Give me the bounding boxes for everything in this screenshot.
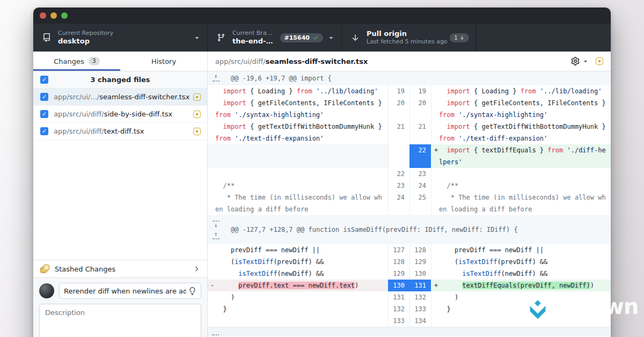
line-number-old[interactable]: 23 xyxy=(388,180,409,192)
code-text: prevDiff.text === newDiff.text) xyxy=(215,280,385,291)
dotted-line xyxy=(213,80,219,82)
tab-changes[interactable]: Changes 3 xyxy=(33,52,120,71)
diff-marker-right xyxy=(431,121,439,144)
diff-marker-left xyxy=(208,180,215,192)
app-window: Current Repository desktop Current Bra… … xyxy=(33,8,611,337)
line-number-old[interactable]: 132 xyxy=(388,303,409,315)
diff-marker-left xyxy=(208,303,215,315)
diff-options-button[interactable] xyxy=(571,57,589,65)
file-checkbox[interactable]: ✓ xyxy=(40,127,48,135)
diff-marker-right xyxy=(431,291,439,303)
line-number-new[interactable]: 21 xyxy=(409,121,431,144)
line-number-old[interactable]: 128 xyxy=(388,256,409,268)
diff-line-left: import { getFileContents, IFileContents … xyxy=(208,97,388,121)
line-number-old[interactable]: 24 xyxy=(388,192,409,215)
sidebar-spacer xyxy=(33,140,207,260)
line-number-new[interactable]: 24 xyxy=(409,180,431,192)
line-number-new[interactable]: 130 xyxy=(409,268,431,280)
diff-line-left xyxy=(208,315,388,327)
modified-file-icon xyxy=(193,128,201,135)
code-text: import { getFileContents, IFileContents … xyxy=(215,97,385,121)
tab-history[interactable]: History xyxy=(120,52,207,71)
diff-row: 2223 xyxy=(208,168,611,180)
repo-label: Current Repository xyxy=(58,30,113,37)
diff-line-right xyxy=(431,315,611,327)
close-window-button[interactable] xyxy=(40,12,46,19)
file-row[interactable]: ✓app/src/ui/.../seamless-diff-switcher.t… xyxy=(33,89,207,106)
diff-file-name: seamless-diff-switcher.tsx xyxy=(266,57,368,65)
file-row[interactable]: ✓app/src/ui/diff/side-by-side-diff.tsx xyxy=(33,106,207,123)
diff-line-left: (isTextDiff(prevDiff) && xyxy=(208,256,388,268)
pull-origin-button[interactable]: Pull origin Last fetched 5 minutes ago 1 xyxy=(342,24,476,52)
hunk-expand-gutter: ↓↑ xyxy=(208,219,224,240)
file-checkbox[interactable]: ✓ xyxy=(40,93,48,101)
diff-marker-right xyxy=(431,315,439,327)
line-number-new[interactable]: 128 xyxy=(409,244,431,256)
line-number-new[interactable]: 22 xyxy=(409,144,431,168)
stashed-changes-row[interactable]: Stashed Changes xyxy=(33,260,207,278)
line-number-new[interactable]: 129 xyxy=(409,256,431,268)
diff-expander-row[interactable] xyxy=(208,327,611,336)
line-number-new[interactable]: 133 xyxy=(409,303,431,315)
diff-body: ↑@@ -19,6 +19,7 @@ import { import { Loa… xyxy=(208,71,611,337)
lightbulb-icon[interactable] xyxy=(188,287,196,295)
pull-request-badge: #15640 xyxy=(280,33,324,42)
line-number-old[interactable]: 129 xyxy=(388,268,409,280)
diff-marker-right xyxy=(431,97,439,121)
current-repository-button[interactable]: Current Repository desktop xyxy=(33,24,208,52)
diff-row: import { getTextDiffWithBottomDummyHunk … xyxy=(208,121,611,144)
line-number-old[interactable] xyxy=(388,144,409,168)
diff-line-right: + textDiffEquals(prevDiff, newDiff)) xyxy=(431,280,611,291)
line-number-old[interactable]: 20 xyxy=(388,97,409,121)
code-text: /** xyxy=(439,180,609,192)
commit-description-input[interactable] xyxy=(39,304,201,337)
line-number-old[interactable]: 130 xyxy=(388,280,409,291)
code-text: import { getFileContents, IFileContents … xyxy=(439,97,609,121)
line-number-new[interactable]: 23 xyxy=(409,168,431,180)
pull-count: 1 xyxy=(454,34,458,41)
line-number-new[interactable]: 134 xyxy=(409,315,431,327)
diff-marker-left xyxy=(208,97,215,121)
line-number-old[interactable]: 19 xyxy=(388,85,409,97)
line-number-new[interactable]: 25 xyxy=(409,192,431,215)
line-number-new[interactable]: 132 xyxy=(409,291,431,303)
line-number-old[interactable]: 127 xyxy=(388,244,409,256)
stash-icon xyxy=(40,265,49,273)
diff-line-right: import { Loading } from '../lib/loading' xyxy=(431,85,611,97)
changed-files-count: 3 changed files xyxy=(90,76,150,84)
code-text: } xyxy=(439,303,609,315)
line-number-new[interactable]: 131 xyxy=(409,280,431,291)
code-text: ) xyxy=(215,291,385,303)
maximize-window-button[interactable] xyxy=(61,12,68,19)
minimize-window-button[interactable] xyxy=(50,12,57,19)
diff-marker-left xyxy=(208,168,215,180)
current-branch-button[interactable]: Current Bra… the-end-of… #15640 xyxy=(208,24,342,52)
diff-marker-left xyxy=(208,315,215,327)
file-checkbox[interactable]: ✓ xyxy=(40,110,48,118)
line-number-old[interactable]: 131 xyxy=(388,291,409,303)
code-text: * The time (in milliseconds) we allow wh… xyxy=(439,192,609,215)
line-number-old[interactable]: 133 xyxy=(388,315,409,327)
code-text: prevDiff === newDiff || xyxy=(439,244,609,256)
commit-summary-shell xyxy=(59,283,201,299)
diff-row: isTextDiff(newDiff) &&129130 isTextDiff(… xyxy=(208,268,611,280)
avatar xyxy=(39,283,54,298)
line-number-new[interactable]: 19 xyxy=(409,85,431,97)
hunk-header: ↑@@ -19,6 +19,7 @@ import { xyxy=(208,71,611,85)
select-all-checkbox[interactable]: ✓ xyxy=(40,76,48,84)
watermark-logo xyxy=(528,299,547,322)
expand-up-button[interactable]: ↑ xyxy=(213,232,219,240)
diff-line-left xyxy=(208,168,388,180)
file-path: app/src/ui/diff/text-diff.tsx xyxy=(54,127,193,135)
expand-down-button[interactable]: ↓ xyxy=(213,219,219,228)
line-number-new[interactable]: 20 xyxy=(409,97,431,121)
file-row[interactable]: ✓app/src/ui/diff/text-diff.tsx xyxy=(33,123,207,140)
commit-summary-input[interactable] xyxy=(64,287,186,295)
expand-up-button[interactable]: ↑ xyxy=(213,74,219,83)
diff-marker-right xyxy=(431,168,439,180)
line-number-old[interactable]: 21 xyxy=(388,121,409,144)
code-text: ) xyxy=(439,291,609,303)
line-number-old[interactable]: 22 xyxy=(388,168,409,180)
diff-marker-left xyxy=(208,192,215,215)
changes-count-badge: 3 xyxy=(89,57,100,65)
